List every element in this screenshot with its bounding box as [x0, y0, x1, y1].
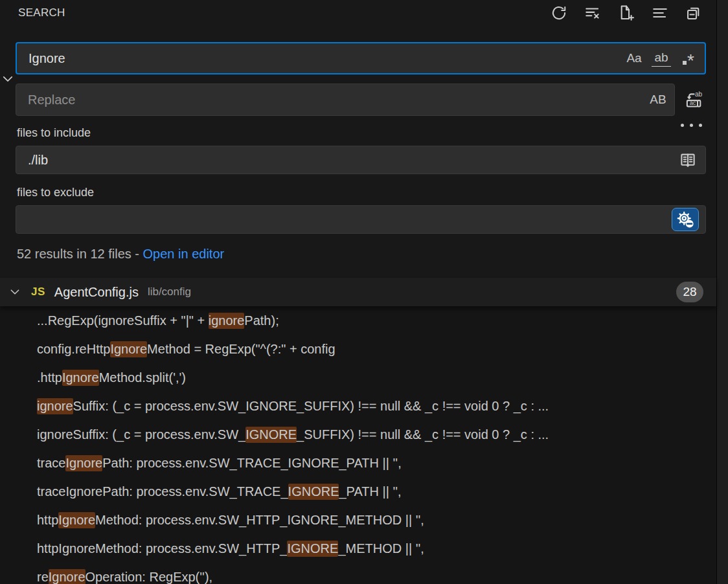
replace-row: AB ab ac: [16, 84, 706, 116]
result-line[interactable]: reIgnoreOperation: RegExp(''),: [0, 563, 716, 584]
refresh-icon: [551, 5, 567, 21]
regex-icon: [683, 61, 687, 65]
files-to-exclude-label: files to exclude: [17, 186, 706, 199]
open-new-search-editor-button[interactable]: [617, 3, 636, 23]
panel-header: SEARCH: [0, 0, 716, 26]
exclude-input-box: [16, 205, 706, 234]
match-case-toggle[interactable]: Aa: [623, 47, 645, 69]
file-name: AgentConfig.js: [54, 285, 139, 300]
match-highlight: Ignore: [110, 341, 147, 357]
result-line[interactable]: traceIgnorePath: process.env.SW_TRACE_IG…: [0, 449, 716, 477]
replace-input-box: AB: [16, 84, 675, 116]
replace-all-button[interactable]: ab ac: [681, 87, 706, 112]
view-as-list-button[interactable]: [650, 3, 670, 23]
new-search-editor-icon: [618, 5, 635, 21]
panel-edge-scrollbar[interactable]: [716, 0, 728, 584]
search-input-box: Aa ab *: [16, 42, 706, 74]
results-summary: 52 results in 12 files: [17, 247, 131, 261]
js-file-icon: JS: [31, 286, 45, 298]
result-line[interactable]: httpIgnoreMethod: process.env.SW_HTTP_IG…: [0, 506, 716, 534]
panel-title: SEARCH: [18, 6, 549, 19]
search-only-open-editors-button[interactable]: [677, 149, 699, 171]
match-count-badge: 28: [676, 282, 703, 302]
collapse-all-button[interactable]: [684, 3, 703, 23]
files-to-exclude-input[interactable]: [27, 212, 672, 228]
search-options: Aa ab *: [623, 47, 700, 69]
whole-word-toggle[interactable]: ab: [650, 47, 672, 69]
toggle-replace-button[interactable]: [1, 73, 14, 85]
match-highlight: ignore: [37, 398, 73, 414]
chevron-down-icon: [1, 73, 14, 85]
svg-text:ab: ab: [695, 91, 703, 98]
chevron-down-icon[interactable]: [9, 286, 21, 298]
toggle-search-details-button[interactable]: [678, 121, 705, 129]
result-line[interactable]: traceIgnorePath: process.env.SW_TRACE_IG…: [0, 477, 716, 506]
result-line[interactable]: ignoreSuffix: (_c = process.env.SW_IGNOR…: [0, 420, 716, 449]
panel-toolbar: [549, 3, 703, 23]
match-highlight: IGNORE: [245, 427, 297, 443]
file-result-row[interactable]: JS AgentConfig.js lib/config 28: [0, 278, 716, 306]
replace-input[interactable]: [27, 92, 647, 108]
refresh-button[interactable]: [549, 3, 569, 23]
gear-exclude-icon: [676, 210, 694, 229]
result-line[interactable]: ignoreSuffix: (_c = process.env.SW_IGNOR…: [0, 392, 716, 420]
open-book-icon: [679, 151, 697, 169]
match-highlight: ignore: [209, 313, 245, 329]
replace-all-icon: ab ac: [684, 90, 703, 109]
match-highlight: Ignore: [62, 370, 99, 386]
files-to-include-label: files to include: [17, 126, 706, 140]
regex-toggle[interactable]: *: [677, 47, 700, 69]
svg-text:ac: ac: [690, 100, 696, 106]
use-exclude-settings-toggle[interactable]: [672, 208, 699, 231]
result-line[interactable]: config.reHttpIgnoreMethod = RegExp("^(?:…: [0, 335, 716, 363]
list-icon: [652, 5, 668, 21]
search-panel: SEARCH: [0, 0, 716, 584]
match-highlight: Ignore: [49, 569, 85, 584]
search-controls: Aa ab * AB ab a: [16, 42, 706, 234]
result-line[interactable]: httpIgnoreMethod: process.env.SW_HTTP_IG…: [0, 534, 716, 563]
results-message: 52 results in 12 files - Open in editor: [17, 247, 716, 262]
result-line[interactable]: .httpIgnoreMethod.split(','): [0, 363, 716, 392]
include-input-box: [16, 146, 706, 174]
result-lines: ...RegExp(ignoreSuffix + "|" + ignorePat…: [0, 306, 716, 584]
match-highlight: IGNORE: [288, 484, 339, 500]
match-highlight: Ignore: [58, 512, 95, 528]
files-to-include-input[interactable]: [27, 152, 677, 168]
file-path: lib/config: [148, 286, 676, 298]
search-input[interactable]: [27, 51, 623, 67]
preserve-case-toggle[interactable]: AB: [647, 89, 669, 111]
match-highlight: IGNORE: [287, 541, 338, 557]
result-line[interactable]: ...RegExp(ignoreSuffix + "|" + ignorePat…: [0, 306, 716, 335]
clear-search-results-icon: [584, 5, 601, 21]
clear-search-results-button[interactable]: [583, 3, 602, 23]
ellipsis-icon: [681, 124, 684, 127]
open-in-editor-link[interactable]: Open in editor: [143, 247, 225, 261]
match-highlight: Ignore: [65, 455, 102, 471]
collapse-all-icon: [685, 5, 702, 21]
